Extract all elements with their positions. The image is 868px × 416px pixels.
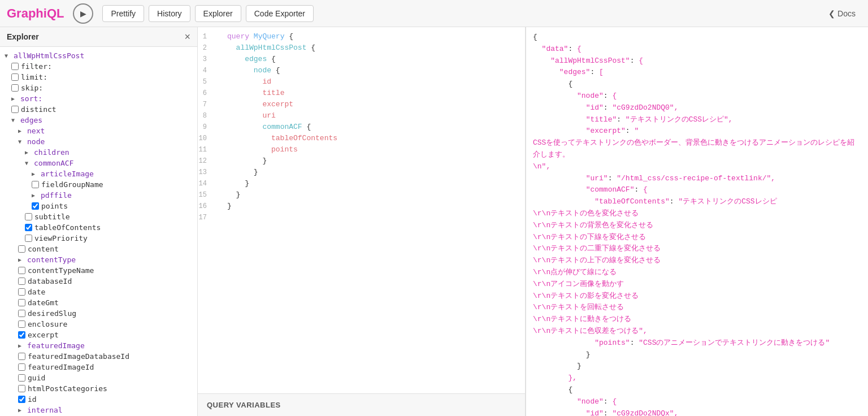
explorer-tree-item[interactable]: featuredImageId (0, 362, 197, 372)
explorer-tree-item[interactable]: ▼edges (0, 115, 197, 125)
explorer-tree-item[interactable]: featuredImageDatabaseId (0, 351, 197, 362)
chevron-down-icon: ▼ (11, 117, 18, 123)
explorer-tree-item[interactable]: ▶articleImage (0, 168, 197, 179)
explorer-tree-item[interactable]: ▶contentType (0, 254, 197, 265)
line-number: 1 (198, 32, 216, 41)
explorer-field-label: databaseId (28, 277, 72, 285)
explorer-tree-item[interactable]: skip: (0, 83, 197, 93)
explorer-tree-item[interactable]: guid (0, 372, 197, 383)
code-exporter-button[interactable]: Code Exporter (246, 5, 314, 22)
query-variables-bar[interactable]: QUERY VARIABLES (198, 393, 525, 416)
explorer-checkbox[interactable] (18, 374, 25, 382)
line-collapse-arrow (216, 100, 227, 102)
explorer-tree-item[interactable]: ▶featuredImage (0, 340, 197, 351)
explorer-field-label: enclosure (28, 320, 67, 328)
run-icon: ▶ (80, 9, 86, 18)
explorer-close-button[interactable]: × (184, 32, 190, 42)
explorer-tree-item[interactable]: ▶sort: (0, 93, 197, 104)
explorer-body[interactable]: ▼allWpHtmlCssPostfilter:limit:skip:▶sort… (0, 47, 197, 416)
explorer-checkbox[interactable] (18, 245, 25, 253)
explorer-tree-item[interactable]: contentTypeName (0, 265, 197, 276)
history-button[interactable]: History (149, 5, 190, 22)
line-content: node { (227, 66, 280, 75)
line-number: 15 (198, 190, 216, 199)
line-number: 5 (198, 77, 216, 86)
explorer-tree-item[interactable]: ▶pdffile (0, 190, 197, 201)
chevron-right-icon: ▶ (32, 171, 38, 177)
explorer-checkbox[interactable] (32, 202, 39, 210)
explorer-tree-item[interactable]: distinct (0, 104, 197, 115)
run-button[interactable]: ▶ (73, 3, 93, 24)
explorer-checkbox[interactable] (18, 299, 25, 306)
explorer-tree-item[interactable]: date (0, 287, 197, 297)
chevron-right-icon: ▶ (25, 149, 32, 155)
explorer-checkbox[interactable] (18, 331, 25, 339)
docs-button[interactable]: ❮ Docs (823, 6, 861, 21)
explorer-tree-item[interactable]: ▶next (0, 125, 197, 136)
explorer-tree-item[interactable]: filter: (0, 61, 197, 72)
code-line: 11 points (198, 145, 525, 156)
explorer-checkbox[interactable] (18, 363, 25, 371)
explorer-tree-item[interactable]: tableOfContents (0, 222, 197, 233)
explorer-tree-item[interactable]: content (0, 244, 197, 254)
explorer-tree-item[interactable]: ▼node (0, 136, 197, 147)
line-number: 8 (198, 111, 216, 120)
line-content: } (227, 190, 240, 199)
explorer-panel: Explorer × ▼allWpHtmlCssPostfilter:limit… (0, 27, 198, 416)
explorer-checkbox[interactable] (18, 353, 25, 360)
explorer-checkbox[interactable] (18, 396, 25, 403)
explorer-checkbox[interactable] (18, 278, 25, 285)
line-content: } (227, 202, 232, 210)
explorer-checkbox[interactable] (32, 181, 39, 188)
explorer-tree-item[interactable]: enclosure (0, 319, 197, 330)
explorer-field-label: guid (28, 374, 45, 382)
explorer-field-label: dateGmt (28, 298, 59, 307)
explorer-field-label: distinct (21, 105, 57, 114)
explorer-field-label: featuredImageDatabaseId (28, 352, 129, 361)
explorer-tree-item[interactable]: ▶internal (0, 405, 197, 415)
chevron-right-icon: ▶ (18, 257, 25, 263)
explorer-group-label: allWpHtmlCssPost (14, 51, 84, 60)
code-line: 4 node { (198, 66, 525, 77)
explorer-tree-item[interactable]: ▼allWpHtmlCssPost (0, 50, 197, 61)
explorer-tree-item[interactable]: dateGmt (0, 297, 197, 308)
chevron-right-icon: ▶ (18, 407, 25, 413)
explorer-checkbox[interactable] (18, 385, 25, 392)
line-collapse-arrow (216, 213, 227, 215)
line-content: uri (227, 111, 276, 120)
explorer-checkbox[interactable] (25, 213, 32, 220)
explorer-checkbox[interactable] (18, 267, 25, 274)
line-number: 4 (198, 66, 216, 75)
explorer-tree-item[interactable]: points (0, 201, 197, 211)
explorer-checkbox[interactable] (18, 320, 25, 328)
explorer-tree-item[interactable]: subtitle (0, 211, 197, 222)
result-line: } (533, 361, 861, 372)
explorer-checkbox[interactable] (11, 106, 19, 113)
explorer-button[interactable]: Explorer (195, 5, 241, 22)
explorer-checkbox[interactable] (25, 224, 32, 231)
explorer-tree-item[interactable]: fieldGroupName (0, 179, 197, 190)
explorer-checkbox[interactable] (25, 235, 32, 242)
code-line: 17 (198, 213, 525, 224)
explorer-checkbox[interactable] (11, 73, 19, 81)
explorer-field-label: subtitle (34, 213, 70, 221)
chevron-right-icon: ▶ (18, 343, 25, 349)
chevron-right-icon: ▶ (32, 192, 38, 198)
explorer-group-label: internal (27, 406, 63, 414)
explorer-tree-item[interactable]: ▶children (0, 147, 197, 158)
query-editor[interactable]: 1query MyQuery {2 allWpHtmlCssPost {3 ed… (198, 27, 525, 393)
explorer-checkbox[interactable] (18, 288, 25, 296)
explorer-tree-item[interactable]: viewPriority (0, 233, 197, 244)
explorer-tree-item[interactable]: ▼commonACF (0, 158, 197, 168)
explorer-tree-item[interactable]: htmlPostCategories (0, 383, 197, 394)
explorer-tree-item[interactable]: excerpt (0, 330, 197, 340)
prettify-button[interactable]: Prettify (102, 5, 144, 22)
explorer-checkbox[interactable] (11, 63, 19, 70)
explorer-checkbox[interactable] (11, 84, 19, 92)
explorer-tree-item[interactable]: limit: (0, 72, 197, 83)
explorer-checkbox[interactable] (18, 310, 25, 317)
explorer-tree-item[interactable]: databaseId (0, 276, 197, 287)
code-line: 8 uri (198, 111, 525, 122)
explorer-tree-item[interactable]: desiredSlug (0, 308, 197, 319)
explorer-tree-item[interactable]: id (0, 394, 197, 405)
